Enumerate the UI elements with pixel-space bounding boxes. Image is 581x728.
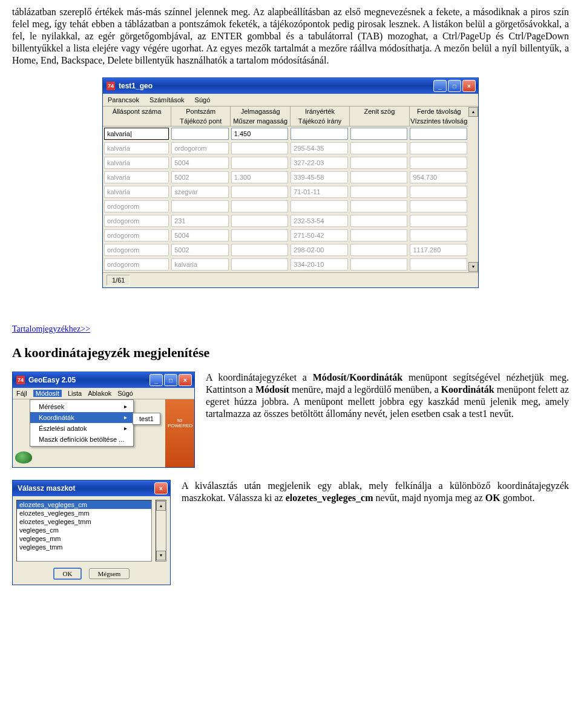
cell[interactable] <box>231 258 289 271</box>
cell[interactable]: 231 <box>171 215 229 227</box>
submenu-test1[interactable]: test1 <box>133 413 160 425</box>
cell[interactable]: 298-02-00 <box>290 244 348 256</box>
cell[interactable]: kalvaria <box>171 258 229 271</box>
cell[interactable] <box>171 200 229 212</box>
cell[interactable] <box>410 128 467 140</box>
cell[interactable]: ordogorom <box>171 142 229 154</box>
geo-titlebar[interactable]: 74 test1_geo _ □ × <box>103 78 478 94</box>
cell[interactable]: kalvaria <box>104 186 169 198</box>
cell[interactable] <box>350 171 408 183</box>
minimize-button[interactable]: _ <box>149 374 163 386</box>
cell[interactable] <box>350 258 408 271</box>
menu-sugo[interactable]: Súgó <box>117 390 133 397</box>
cell[interactable] <box>231 215 289 227</box>
cell[interactable]: 71-01-11 <box>290 186 348 198</box>
cell[interactable]: kalvaria| <box>104 128 169 140</box>
cell[interactable]: ordogorom <box>104 258 169 271</box>
maximize-button[interactable]: □ <box>448 80 461 92</box>
cell[interactable] <box>231 186 289 198</box>
cell[interactable] <box>350 244 408 256</box>
cell[interactable] <box>350 186 408 198</box>
close-button[interactable]: × <box>462 80 476 92</box>
ok-button[interactable]: OK <box>53 568 82 580</box>
menu-ablakok[interactable]: Ablakok <box>88 390 111 397</box>
list-item[interactable]: elozetes_vegleges_mm <box>17 509 151 517</box>
cell[interactable] <box>410 229 467 241</box>
cell[interactable]: kalvaria <box>104 171 169 183</box>
cell[interactable]: ordogorom <box>104 244 169 256</box>
mask-listbox[interactable]: elozetes_vegleges_cmelozetes_vegleges_mm… <box>16 500 152 562</box>
cell[interactable] <box>231 200 289 212</box>
cell[interactable]: 339-45-58 <box>290 171 348 183</box>
cell[interactable]: ordogorom <box>104 215 169 227</box>
cell[interactable]: 1117.280 <box>410 244 467 256</box>
menu-lista[interactable]: Lista <box>68 390 82 397</box>
cell[interactable]: 295-54-35 <box>290 142 348 154</box>
cell[interactable]: kalvaria <box>104 157 169 169</box>
cell[interactable]: 334-20-10 <box>290 258 348 271</box>
cell[interactable]: 327-22-03 <box>290 157 348 169</box>
cell[interactable] <box>231 244 289 256</box>
cell[interactable] <box>410 157 467 169</box>
list-item[interactable]: vegleges_cm <box>17 526 151 534</box>
list-item[interactable]: elozetes_vegleges_cm <box>17 500 151 509</box>
cell[interactable] <box>231 142 289 154</box>
cell[interactable]: ordogorom <box>104 200 169 212</box>
list-item[interactable]: vegleges_mm <box>17 534 151 543</box>
menu-fajl[interactable]: Fájl <box>16 390 27 397</box>
menu-parancsok[interactable]: Parancsok <box>108 96 139 103</box>
vertical-scrollbar[interactable]: ▴ ▾ <box>468 107 478 272</box>
cell[interactable]: 5004 <box>171 157 229 169</box>
cell[interactable]: 271-50-42 <box>290 229 348 241</box>
menu-sugo[interactable]: Súgó <box>195 96 211 103</box>
mi-eszlelesi[interactable]: Észlelési adatok <box>30 423 133 434</box>
mask-scrollbar[interactable]: ▴ ▾ <box>156 500 166 562</box>
cell[interactable]: 5002 <box>171 244 229 256</box>
list-item[interactable]: elozetes_vegleges_tmm <box>17 517 151 526</box>
cell[interactable] <box>290 200 348 212</box>
cell[interactable] <box>231 229 289 241</box>
cell[interactable] <box>350 142 408 154</box>
close-button[interactable]: × <box>154 482 168 494</box>
cell[interactable] <box>231 157 289 169</box>
maximize-button[interactable]: □ <box>164 374 177 386</box>
cell[interactable]: 5004 <box>171 229 229 241</box>
cell[interactable] <box>350 200 408 212</box>
cell[interactable] <box>410 186 467 198</box>
cell[interactable] <box>350 128 408 140</box>
cell[interactable] <box>410 215 467 227</box>
cell[interactable]: 1.450 <box>231 128 289 140</box>
scroll-up-icon[interactable]: ▴ <box>156 501 166 511</box>
close-button[interactable]: × <box>179 374 192 386</box>
cancel-button[interactable]: Mégsem <box>89 568 130 579</box>
mi-koordinatak[interactable]: Koordináták <box>30 412 133 423</box>
cell[interactable] <box>410 142 467 154</box>
scroll-up-icon[interactable]: ▴ <box>468 107 478 117</box>
cell[interactable]: 232-53-54 <box>290 215 348 227</box>
cell[interactable]: szegvar <box>171 186 229 198</box>
scroll-down-icon[interactable]: ▾ <box>468 262 478 272</box>
cell[interactable]: 5002 <box>171 171 229 183</box>
cell[interactable]: 954.730 <box>410 171 467 183</box>
mi-maszk-def[interactable]: Maszk definíciók betöltése ... <box>30 434 133 445</box>
cell[interactable] <box>410 200 467 212</box>
menu-szamitasok[interactable]: Számítások <box>149 96 184 103</box>
minimize-button[interactable]: _ <box>433 80 447 92</box>
cell[interactable] <box>350 215 408 227</box>
cell[interactable] <box>290 128 348 140</box>
cell[interactable]: kalvaria <box>104 142 169 154</box>
cell[interactable] <box>171 128 229 140</box>
scroll-down-icon[interactable]: ▾ <box>156 551 166 560</box>
menu-modosit[interactable]: Módosít <box>33 390 62 397</box>
cell[interactable] <box>350 157 408 169</box>
cell[interactable]: 1.300 <box>231 171 289 183</box>
cell[interactable] <box>350 229 408 241</box>
menuwin-titlebar[interactable]: 74 GeoEasy 2.05 _ □ × <box>13 372 194 388</box>
cell[interactable]: ordogorom <box>104 229 169 241</box>
mask-titlebar[interactable]: Válassz maszkot × <box>13 480 170 496</box>
toc-link[interactable]: Tartalomjegyzékhez>> <box>12 324 90 334</box>
cell[interactable] <box>410 258 467 271</box>
geo-data-grid: kalvaria|1.450kalvariaordogorom295-54-35… <box>103 126 468 272</box>
mi-meresek[interactable]: Mérések <box>30 401 133 412</box>
list-item[interactable]: vegleges_tmm <box>17 543 151 551</box>
